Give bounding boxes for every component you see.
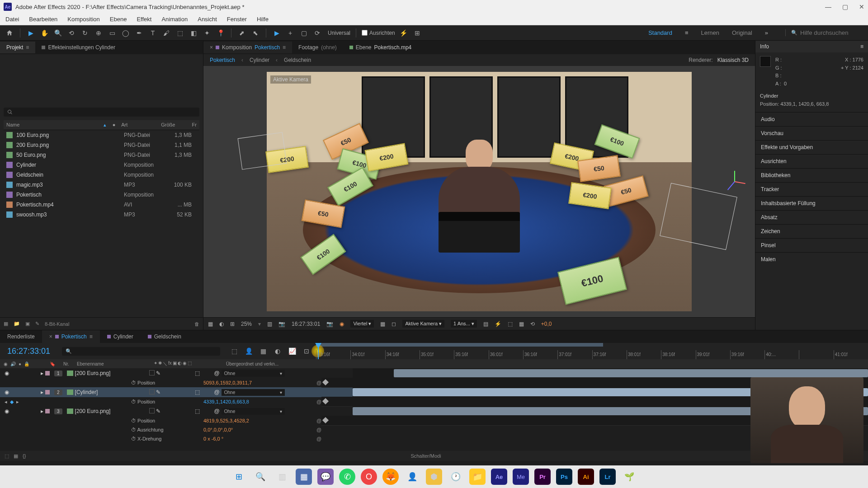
res-icon[interactable]: ▥ [267, 321, 272, 327]
asset-row[interactable]: CylinderKomposition [4, 160, 199, 170]
keyframe-icon[interactable] [322, 398, 329, 404]
side-section[interactable]: Tracker [755, 182, 868, 196]
solo-col-icon[interactable]: ● [19, 361, 21, 366]
parent-dropdown[interactable]: Ohne▾ [222, 370, 285, 377]
expression-pickwhip-icon[interactable]: @ [316, 399, 321, 404]
zoom-dropdown[interactable]: 25% [241, 321, 252, 327]
interpret-footage-icon[interactable]: ▦ [4, 321, 8, 327]
help-search-input[interactable] [800, 29, 863, 36]
parent-pickwhip-icon[interactable]: @ [214, 389, 220, 395]
visibility-toggle[interactable]: ◉ [4, 408, 10, 414]
resolution-dropdown[interactable]: Viertel ▾ [350, 320, 374, 328]
crumb-pokertisch[interactable]: Pokertisch [210, 57, 235, 63]
lock-col-icon[interactable]: 🔒 [24, 361, 29, 366]
adjust-icon[interactable]: ✎ [35, 321, 39, 327]
timeline-icon[interactable]: ▦ [519, 321, 524, 327]
ausrichten-checkbox[interactable] [362, 30, 368, 36]
local-axis-icon[interactable]: ⬈ [237, 28, 247, 38]
workspace-lernen[interactable]: Lernen [701, 29, 719, 36]
snap-icon[interactable]: ⚡ [399, 28, 409, 38]
menu-effekt[interactable]: Effekt [137, 16, 151, 23]
expression-pickwhip-icon[interactable]: @ [316, 380, 321, 385]
mask-icon[interactable]: ◐ [219, 321, 224, 327]
stopwatch-icon[interactable]: ⏱ [131, 418, 136, 423]
side-section[interactable]: Zeichen [755, 224, 868, 238]
close-tab-icon[interactable]: × [210, 44, 213, 51]
tb-app3[interactable]: 🌱 [621, 469, 637, 485]
tb-taskview[interactable]: ▥ [274, 469, 290, 485]
layer-name[interactable]: [200 Euro.png] [75, 408, 147, 414]
new-comp-icon[interactable]: ▣ [25, 321, 30, 327]
tb-clock[interactable]: 🕐 [448, 469, 464, 485]
parent-pickwhip-icon[interactable]: @ [214, 370, 220, 376]
menu-datei[interactable]: Datei [5, 16, 19, 23]
tb-media-encoder[interactable]: Me [513, 469, 529, 485]
rotate-tool[interactable]: ↻ [80, 28, 90, 38]
asset-row[interactable]: Pokertisch.mp4AVI... MB [4, 200, 199, 210]
pixel-aspect-icon[interactable]: ▤ [483, 321, 488, 327]
guides-icon[interactable]: ⊞ [230, 321, 235, 327]
side-section[interactable]: Vorschau [755, 126, 868, 140]
position-value[interactable]: 4819,9,525,3,4528,2 [203, 418, 316, 423]
roto-tool[interactable]: ✦ [202, 28, 212, 38]
camera-dropdown[interactable]: Aktive Kamera ▾ [402, 320, 444, 328]
text-tool[interactable]: T [148, 28, 158, 38]
tab-renderliste[interactable]: Renderliste [0, 330, 42, 343]
maximize-button[interactable]: ▢ [842, 3, 848, 10]
expand-icon[interactable]: ▸ [41, 408, 43, 414]
side-section[interactable]: Audio [755, 112, 868, 126]
brush-tool[interactable]: 🖌 [161, 28, 171, 38]
add-icon[interactable]: + [285, 28, 295, 38]
alpha-icon[interactable]: ▦ [208, 321, 213, 327]
col-name[interactable]: Name [6, 122, 104, 128]
tb-app2[interactable]: ⬢ [426, 469, 442, 485]
tab-projekt[interactable]: Projekt ≡ [0, 42, 35, 53]
stopwatch-icon[interactable]: ⏱ [131, 380, 136, 385]
mask-mode-icon[interactable]: ▢ [299, 28, 309, 38]
parent-dropdown[interactable]: Ohne▾ [222, 389, 285, 396]
property-row[interactable]: ⏱ Ausrichtung0,0°,0,0°,0,0°@ [0, 425, 868, 434]
toggle-modes-icon[interactable]: ▦ [14, 453, 18, 459]
selection-tool[interactable]: ▶ [26, 28, 36, 38]
timeline-ruler[interactable]: 33:16f34:01f34:16f35:01f35:16f36:01f36:1… [316, 343, 868, 359]
tb-widgets[interactable]: ▦ [296, 469, 312, 485]
side-section[interactable]: Bibliotheken [755, 168, 868, 182]
tb-firefox[interactable]: 🦊 [382, 469, 399, 485]
layer-name[interactable]: [Cylinder] [75, 389, 147, 395]
tb-search[interactable]: 🔍 [252, 469, 269, 485]
visibility-toggle[interactable]: ◉ [4, 370, 10, 376]
trash-icon[interactable]: 🗑 [194, 321, 199, 327]
views-dropdown[interactable]: 1 Ans... ▾ [451, 320, 477, 328]
orientation-value[interactable]: 0,0°,0,0°,0,0° [203, 427, 316, 432]
tab-footage[interactable]: Footage (ohne) [292, 42, 343, 53]
asset-row[interactable]: PokertischKomposition [4, 190, 199, 200]
camera-icon[interactable]: 📷 [326, 321, 333, 327]
tb-photoshop[interactable]: Ps [556, 469, 572, 485]
property-row[interactable]: ⏱ X-Drehung0 x -6,0 °@ [0, 434, 868, 443]
rect-tool[interactable]: ▭ [107, 28, 117, 38]
project-search[interactable] [4, 108, 199, 117]
asset-row[interactable]: GeldscheinKomposition [4, 170, 199, 180]
puppet-tool[interactable]: 📍 [216, 28, 226, 38]
tb-chat[interactable]: 💬 [317, 469, 334, 485]
tb-illustrator[interactable]: Ai [578, 469, 594, 485]
col-art[interactable]: Art [121, 122, 161, 128]
switches-modes-button[interactable]: Schalter/Modi [410, 453, 441, 459]
toggle-switches-icon[interactable]: ⬚ [5, 453, 9, 459]
col-fr[interactable]: Fr [192, 122, 197, 128]
3d-icon[interactable]: ⬚ [508, 321, 513, 327]
viewport[interactable]: €200 €50 €100 €200 €100 €50 €100 €200 €5… [203, 66, 755, 317]
tl-shy-icon[interactable]: 👤 [244, 346, 254, 356]
position-value[interactable]: 5093,6,1592,0,3911,7 [203, 380, 316, 385]
tl-motion-blur-icon[interactable]: ◐ [273, 346, 283, 356]
renderer-dropdown[interactable]: Klassisch 3D [717, 57, 749, 63]
add-keyframe-icon[interactable]: ◆ [10, 399, 14, 405]
next-keyframe-icon[interactable]: ▸ [16, 399, 19, 405]
timeline-search[interactable]: 🔍 [62, 347, 220, 356]
info-panel-header[interactable]: Info≡ [755, 41, 868, 52]
side-section[interactable]: Pinsel [755, 238, 868, 252]
asset-row[interactable]: magic.mp3MP3100 KB [4, 180, 199, 190]
parent-pickwhip-icon[interactable]: @ [214, 408, 220, 414]
menu-ebene[interactable]: Ebene [110, 16, 127, 23]
workspace-original[interactable]: Original [732, 29, 752, 36]
